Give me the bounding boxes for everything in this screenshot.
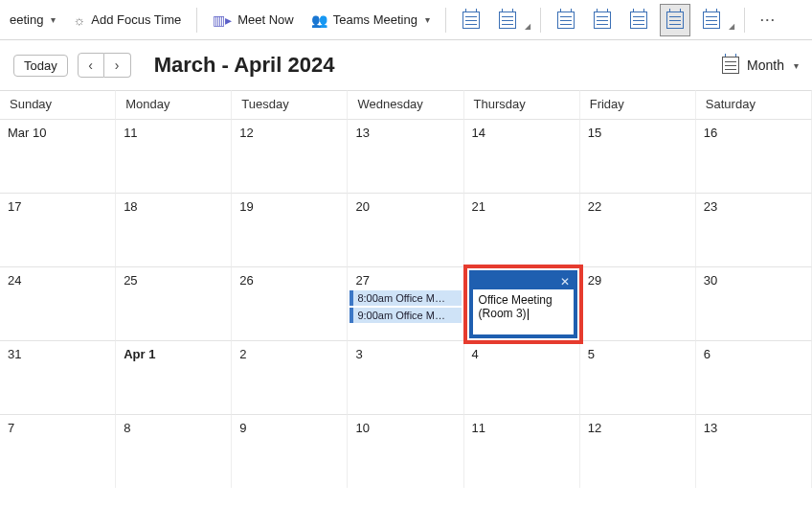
calendar-cell[interactable]: 13 <box>696 414 812 488</box>
today-button[interactable]: Today <box>13 55 68 77</box>
chevron-right-icon: › <box>115 58 120 73</box>
view-next-icon-button[interactable] <box>492 4 523 36</box>
teams-meeting-button[interactable]: 👥 Teams Meeting ▾ <box>305 7 436 34</box>
calendar-event[interactable]: 9:00am Office M… <box>350 308 461 323</box>
calendar-cell[interactable]: 5 <box>580 340 696 414</box>
calendar-cell[interactable]: 10 <box>348 414 463 488</box>
ribbon-separator <box>445 8 446 33</box>
calendar-cell[interactable]: 31 <box>0 340 116 414</box>
view-workweek-button[interactable] <box>587 4 618 36</box>
calendar-cell[interactable]: 20 <box>348 193 463 266</box>
date-number: 6 <box>704 347 803 361</box>
prev-period-button[interactable]: ‹ <box>78 53 104 78</box>
date-number: 23 <box>704 199 803 214</box>
calendar-cell[interactable]: 30 <box>696 266 812 340</box>
day-header: Thursday <box>464 90 580 119</box>
meet-now-button[interactable]: ▥▸ Meet Now <box>207 7 300 34</box>
date-number: 12 <box>239 126 339 140</box>
date-number: 16 <box>704 126 803 140</box>
calendar-cell[interactable]: 6 <box>696 340 812 414</box>
view-week-button[interactable] <box>623 4 654 36</box>
calendar-cell[interactable]: 3 <box>348 340 463 414</box>
ribbon-overflow-button[interactable]: ··· <box>755 7 782 34</box>
date-number: 5 <box>588 347 688 361</box>
calendar-cell[interactable]: 19 <box>232 193 348 266</box>
new-event-popup-titlebar[interactable]: ✕ <box>473 274 574 289</box>
date-number: 31 <box>8 347 107 361</box>
teams-meeting-label: Teams Meeting <box>333 12 417 27</box>
calendar-cell[interactable]: 12 <box>580 414 696 488</box>
calendar-cell[interactable]: 26 <box>232 266 348 340</box>
calendar-cell[interactable]: 22 <box>580 193 696 266</box>
date-number: 26 <box>239 273 339 288</box>
calendar-cell[interactable]: 25 <box>116 266 232 340</box>
date-number: 14 <box>472 126 572 140</box>
date-number: 10 <box>355 421 455 435</box>
date-number: 4 <box>472 347 572 361</box>
date-number: 24 <box>8 273 107 288</box>
view-schedule-button[interactable] <box>696 4 727 36</box>
calendar-cell[interactable]: 278:00am Office M…9:00am Office M… <box>348 266 463 340</box>
calendar-cell[interactable]: 9 <box>232 414 348 488</box>
chevron-down-icon: ▾ <box>425 14 430 25</box>
calendar-cell[interactable]: 4 <box>464 340 580 414</box>
calendar-cell[interactable]: 7 <box>0 414 116 488</box>
chevron-down-icon: ▾ <box>51 14 56 25</box>
date-nav: ‹ › <box>78 53 131 78</box>
calendar-cell[interactable]: 23 <box>696 193 812 266</box>
date-number: Mar 10 <box>8 126 107 140</box>
date-number: 22 <box>588 199 688 214</box>
calendar-cell[interactable]: 24 <box>0 266 116 340</box>
video-camera-icon: ▥▸ <box>213 12 232 28</box>
calendar-cell[interactable]: 29 <box>580 266 696 340</box>
date-number: 30 <box>704 273 803 288</box>
new-meeting-label: eeting <box>10 12 43 27</box>
add-focus-time-button[interactable]: ☼ Add Focus Time <box>67 7 187 34</box>
calendar-event[interactable]: 8:00am Office M… <box>350 290 461 306</box>
calendar-cell[interactable]: 11 <box>464 414 580 488</box>
view-day-button[interactable] <box>551 4 581 36</box>
calendar-month-icon <box>666 12 684 29</box>
calendar-cell[interactable]: 11 <box>116 119 232 193</box>
calendar-subheader: Today ‹ › March - April 2024 Month ▾ <box>0 40 812 90</box>
calendar-cell[interactable]: 21 <box>464 193 580 266</box>
new-meeting-split-button[interactable]: eeting ▾ <box>4 7 61 34</box>
new-event-subject-input[interactable]: Office Meeting (Room 3) <box>473 289 574 324</box>
close-icon[interactable]: ✕ <box>560 275 570 288</box>
calendar-day-icon <box>557 12 575 29</box>
meet-now-label: Meet Now <box>237 12 294 27</box>
date-number: 11 <box>472 421 572 435</box>
calendar-icon <box>499 12 516 29</box>
calendar-cell[interactable]: 15 <box>580 119 696 193</box>
calendar-cell[interactable]: 17 <box>0 193 116 266</box>
calendar-cell[interactable]: 12 <box>232 119 348 193</box>
day-header: Wednesday <box>348 90 463 119</box>
calendar-cell[interactable]: 16 <box>696 119 812 193</box>
new-event-popup[interactable]: ✕ Office Meeting (Room 3) <box>469 270 577 338</box>
date-number: 20 <box>355 199 455 214</box>
date-number: 21 <box>472 199 572 214</box>
calendar-week-icon <box>630 12 647 29</box>
date-number: 15 <box>588 126 688 140</box>
date-number: 13 <box>355 126 455 140</box>
calendar-cell[interactable]: 18 <box>116 193 232 266</box>
calendar-cell[interactable]: 13 <box>348 119 463 193</box>
group-dialog-launcher-icon[interactable]: ◢ <box>729 22 734 31</box>
date-number: 3 <box>355 347 455 361</box>
view-month-button[interactable] <box>660 4 690 36</box>
calendar-workweek-icon <box>594 12 611 29</box>
view-today-icon-button[interactable] <box>456 4 486 36</box>
day-header: Sunday <box>0 90 116 119</box>
calendar-icon <box>462 12 480 29</box>
calendar-cell[interactable]: Apr 1 <box>116 340 232 414</box>
date-number: 29 <box>588 273 688 288</box>
day-header: Monday <box>116 90 232 119</box>
next-period-button[interactable]: › <box>104 53 131 78</box>
calendar-cell[interactable]: 14 <box>464 119 580 193</box>
calendar-cell[interactable]: 8 <box>116 414 232 488</box>
view-scope-picker[interactable]: Month ▾ <box>722 57 799 74</box>
calendar-cell[interactable]: Mar 10 <box>0 119 116 193</box>
group-dialog-launcher-icon[interactable]: ◢ <box>525 22 530 31</box>
calendar-cell[interactable]: 2 <box>232 340 348 414</box>
chevron-down-icon: ▾ <box>794 60 799 71</box>
